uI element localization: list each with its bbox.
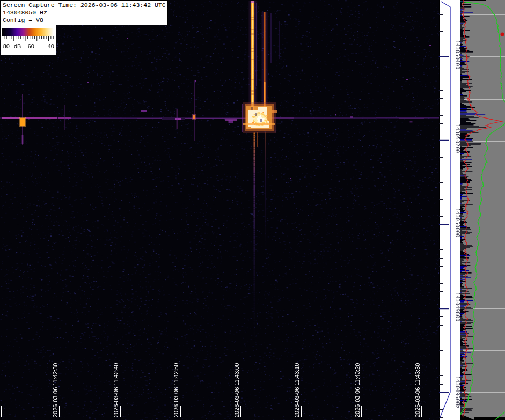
time-axis-tick bbox=[421, 406, 422, 417]
frequency-axis-label: 143049800 bbox=[454, 292, 460, 325]
time-axis-tick bbox=[1, 406, 2, 417]
time-axis-tick bbox=[361, 406, 362, 417]
frequency-axis-label: 143050400 bbox=[454, 40, 460, 72]
legend-unit-label: dB bbox=[14, 43, 21, 49]
legend-mid-label: -60 bbox=[26, 43, 34, 49]
spectrum-graph-panel[interactable] bbox=[460, 0, 505, 420]
frequency-axis-label: 143050000 bbox=[454, 208, 460, 240]
frequency-unit-label: Hz bbox=[454, 402, 460, 413]
time-axis-label: 2026-03-06 11:43:00 bbox=[233, 357, 240, 417]
info-line-frequency: 143048050 Hz bbox=[3, 9, 167, 17]
legend-min-label: -80 bbox=[1, 43, 10, 49]
time-axis-tick bbox=[59, 406, 60, 417]
legend-max-label: -40 bbox=[46, 43, 54, 49]
spectrumlab-window: 2026-03-06 11:42:302026-03-06 11:42:4020… bbox=[0, 0, 505, 420]
waterfall-display[interactable] bbox=[0, 0, 439, 420]
time-axis-label: 2026-03-06 11:43:30 bbox=[414, 357, 421, 417]
frequency-axis-label: 143050200 bbox=[454, 124, 460, 156]
time-axis-label: 2026-03-06 11:42:30 bbox=[52, 357, 59, 417]
time-axis-tick bbox=[120, 406, 121, 417]
time-axis-tick bbox=[240, 406, 241, 417]
time-axis-tick bbox=[301, 406, 302, 417]
color-scale-legend: -80 dB -60 -40 bbox=[1, 25, 56, 55]
time-axis-label: 2026-03-06 11:42:40 bbox=[113, 357, 120, 417]
time-axis-label: 2026-03-06 11:42:50 bbox=[173, 357, 180, 417]
capture-info-box: Screen Capture Time: 2026-03-06 11:43:42… bbox=[0, 0, 168, 25]
time-axis-tick bbox=[180, 406, 181, 417]
info-line-config: Config = V8 bbox=[3, 17, 167, 24]
time-axis-label: 2026-03-06 11:43:10 bbox=[294, 357, 301, 417]
color-gradient-bar bbox=[2, 28, 54, 36]
info-line-capture-time: Screen Capture Time: 2026-03-06 11:43:42… bbox=[3, 2, 167, 9]
time-axis-label: 2026-03-06 11:43:20 bbox=[354, 357, 361, 417]
